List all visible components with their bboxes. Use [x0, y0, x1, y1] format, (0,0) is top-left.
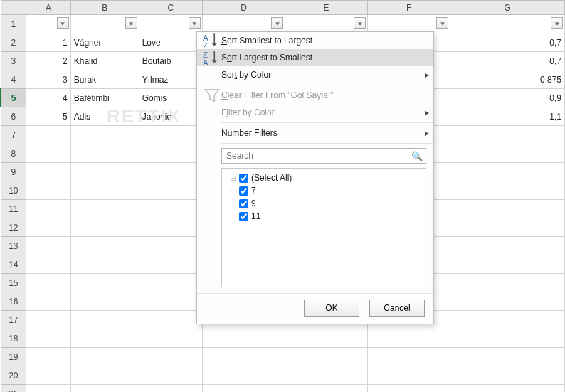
empty-cell[interactable]: [285, 329, 368, 348]
table-cell[interactable]: Burak: [70, 70, 139, 89]
row-header[interactable]: 9: [1, 163, 26, 181]
sort-ascending-item[interactable]: AZ Sort Smallest to Largest: [197, 32, 433, 49]
empty-cell[interactable]: [26, 200, 71, 218]
table-header-A[interactable]: Sıra: [26, 15, 71, 33]
col-header-G[interactable]: G: [450, 1, 565, 15]
empty-cell[interactable]: [70, 366, 139, 385]
table-cell[interactable]: Bafétimbi: [70, 89, 139, 107]
empty-cell[interactable]: [368, 366, 450, 385]
filter-search-input[interactable]: [225, 150, 411, 161]
empty-cell[interactable]: [70, 181, 139, 200]
empty-cell[interactable]: [285, 366, 368, 385]
table-cell[interactable]: 4: [26, 89, 71, 107]
row-header[interactable]: 15: [1, 274, 26, 292]
table-cell[interactable]: 0,875: [450, 70, 565, 89]
empty-cell[interactable]: [26, 366, 71, 385]
table-cell[interactable]: Love: [139, 33, 202, 52]
filter-dropdown-panel[interactable]: AZ Sort Smallest to Largest ZA Sort Larg…: [196, 31, 434, 324]
table-header-D[interactable]: Takımı: [202, 15, 285, 33]
table-cell[interactable]: 2: [26, 52, 71, 70]
empty-cell[interactable]: [139, 181, 202, 200]
filter-value-checkbox[interactable]: [239, 199, 248, 208]
filter-dropdown-button[interactable]: [57, 17, 69, 29]
filter-value-checkbox[interactable]: [239, 212, 248, 221]
table-header-B[interactable]: Adı: [70, 15, 139, 33]
row-header[interactable]: 13: [1, 237, 26, 255]
filter-dropdown-button[interactable]: [354, 17, 366, 29]
filter-dropdown-button[interactable]: [189, 17, 201, 29]
empty-cell[interactable]: [139, 329, 202, 348]
row-header[interactable]: 12: [1, 218, 26, 237]
table-cell[interactable]: Jahovic: [139, 107, 202, 126]
empty-cell[interactable]: [450, 366, 565, 385]
select-all-checkbox[interactable]: [239, 174, 248, 183]
col-header-D[interactable]: D: [202, 1, 285, 15]
empty-cell[interactable]: [70, 329, 139, 348]
number-filters-item[interactable]: Number Filters ▸: [197, 125, 433, 142]
empty-cell[interactable]: [285, 385, 368, 393]
empty-cell[interactable]: [368, 348, 450, 366]
empty-cell[interactable]: [450, 218, 565, 237]
empty-cell[interactable]: [70, 163, 139, 181]
empty-cell[interactable]: [450, 329, 565, 348]
row-header[interactable]: 19: [1, 348, 26, 366]
table-header-G[interactable]: Ortalama Gol Sayısı: [450, 15, 565, 33]
row-header[interactable]: 4: [1, 70, 26, 89]
table-cell[interactable]: 1: [26, 33, 71, 52]
empty-cell[interactable]: [26, 181, 71, 200]
empty-cell[interactable]: [26, 385, 71, 393]
row-header[interactable]: 17: [1, 311, 26, 329]
empty-cell[interactable]: [26, 274, 71, 292]
empty-cell[interactable]: [450, 385, 565, 393]
empty-cell[interactable]: [450, 163, 565, 181]
row-header[interactable]: 5: [1, 89, 26, 107]
empty-cell[interactable]: [450, 292, 565, 311]
empty-cell[interactable]: [26, 292, 71, 311]
empty-cell[interactable]: [202, 385, 285, 393]
filter-dropdown-button[interactable]: [271, 17, 283, 29]
row-header[interactable]: 16: [1, 292, 26, 311]
filter-search-box[interactable]: 🔍: [221, 148, 426, 164]
empty-cell[interactable]: [368, 385, 450, 393]
sort-by-color-item[interactable]: Sort by Color ▸: [197, 66, 433, 83]
table-cell[interactable]: Yılmaz: [139, 70, 202, 89]
empty-cell[interactable]: [139, 218, 202, 237]
empty-cell[interactable]: [450, 274, 565, 292]
col-header-A[interactable]: A: [26, 1, 71, 15]
select-all-row[interactable]: ⊟ (Select All): [226, 171, 421, 184]
empty-cell[interactable]: [70, 144, 139, 163]
empty-cell[interactable]: [450, 237, 565, 255]
empty-cell[interactable]: [139, 366, 202, 385]
empty-cell[interactable]: [450, 126, 565, 144]
empty-cell[interactable]: [26, 218, 71, 237]
empty-cell[interactable]: [70, 126, 139, 144]
empty-cell[interactable]: [139, 255, 202, 274]
empty-cell[interactable]: [450, 181, 565, 200]
filter-dropdown-button[interactable]: [551, 17, 563, 29]
empty-cell[interactable]: [368, 329, 450, 348]
row-header[interactable]: 20: [1, 366, 26, 385]
empty-cell[interactable]: [450, 348, 565, 366]
empty-cell[interactable]: [70, 274, 139, 292]
table-header-F[interactable]: Gol Sayısı: [368, 15, 450, 33]
empty-cell[interactable]: [139, 200, 202, 218]
empty-cell[interactable]: [26, 255, 71, 274]
row-header[interactable]: 21: [1, 385, 26, 393]
table-cell[interactable]: Vágner: [70, 33, 139, 52]
cancel-button[interactable]: Cancel: [369, 300, 425, 317]
empty-cell[interactable]: [70, 311, 139, 329]
table-cell[interactable]: 0,9: [450, 89, 565, 107]
empty-cell[interactable]: [70, 237, 139, 255]
empty-cell[interactable]: [139, 237, 202, 255]
empty-cell[interactable]: [450, 200, 565, 218]
empty-cell[interactable]: [26, 237, 71, 255]
empty-cell[interactable]: [26, 329, 71, 348]
row-header[interactable]: 2: [1, 33, 26, 52]
row-header[interactable]: 8: [1, 144, 26, 163]
table-header-C[interactable]: Soyadı: [139, 15, 202, 33]
filter-values-tree[interactable]: ⊟ (Select All) ⋯7⋯9⋯11: [221, 168, 426, 287]
empty-cell[interactable]: [70, 292, 139, 311]
empty-cell[interactable]: [139, 311, 202, 329]
tree-toggle-icon[interactable]: ⊟: [226, 174, 239, 183]
ok-button[interactable]: OK: [304, 300, 359, 317]
